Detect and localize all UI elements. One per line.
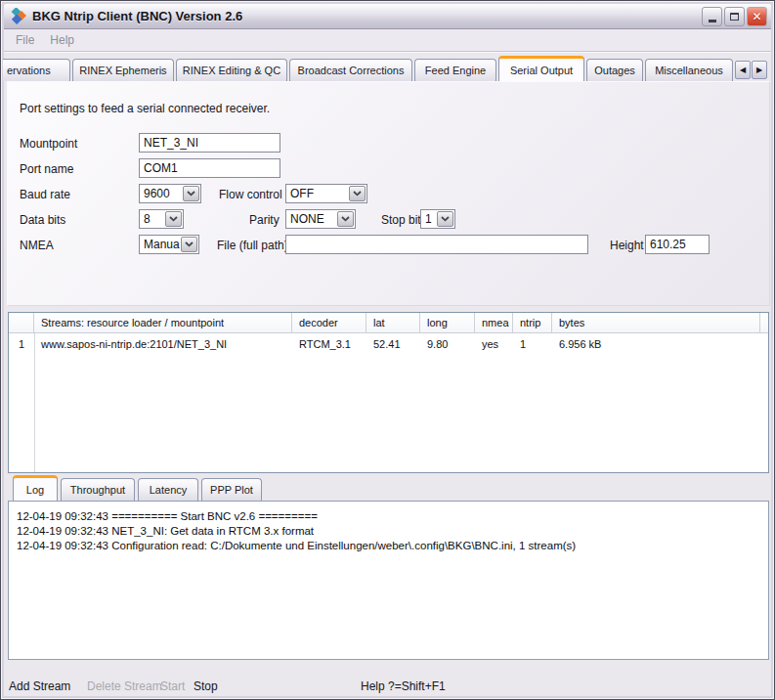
- header-ntrip: ntrip: [513, 313, 552, 332]
- tab-scroll-right-button[interactable]: ▶: [752, 61, 767, 79]
- tab-miscellaneous[interactable]: Miscellaneous: [645, 59, 733, 81]
- tab-serial-output[interactable]: Serial Output: [498, 56, 584, 81]
- stream-row[interactable]: 1 www.sapos-ni-ntrip.de:2101/NET_3_NI RT…: [9, 334, 768, 355]
- close-icon: ✕: [752, 10, 761, 23]
- tab-throughput[interactable]: Throughput: [61, 478, 135, 501]
- chevron-down-icon: [337, 211, 354, 227]
- start-button[interactable]: Start: [160, 679, 185, 693]
- delete-stream-button[interactable]: Delete Stream: [87, 679, 162, 693]
- chevron-down-icon: [349, 186, 366, 201]
- header-nmea: nmea: [475, 313, 513, 332]
- chevron-down-icon: [165, 211, 182, 227]
- stop-button[interactable]: Stop: [194, 679, 218, 693]
- chevron-down-icon: [181, 237, 197, 252]
- streams-table: Streams: resource loader / mountpoint de…: [8, 312, 769, 473]
- tab-ppp-plot[interactable]: PPP Plot: [201, 478, 262, 501]
- left-arrow-icon: ◀: [740, 66, 746, 74]
- stream-lat-cell[interactable]: 52.41: [366, 334, 420, 355]
- minimize-icon: [709, 20, 716, 22]
- data-bits-label: Data bits: [20, 213, 65, 227]
- serial-output-panel: Port settings to feed a serial connected…: [7, 81, 770, 306]
- right-arrow-icon: ▶: [756, 66, 762, 74]
- log-line: 12-04-19 09:32:43 Configuration read: C:…: [17, 539, 760, 553]
- main-tabbar: ervations RINEX Ephemeris RINEX Editing …: [3, 59, 733, 81]
- nmea-label: NMEA: [20, 239, 54, 252]
- port-name-label: Port name: [20, 162, 73, 176]
- minimize-button[interactable]: [702, 7, 722, 26]
- tab-latency[interactable]: Latency: [138, 478, 198, 501]
- window-title: BKG Ntrip Client (BNC) Version 2.6: [32, 9, 242, 23]
- parity-select[interactable]: NONE: [285, 209, 356, 229]
- header-decoder: decoder: [292, 313, 366, 332]
- help-shortcut-label: Help ?=Shift+F1: [361, 679, 446, 693]
- bnc-window: BKG Ntrip Client (BNC) Version 2.6 ✕ Fil…: [0, 0, 775, 700]
- chevron-down-icon: [437, 211, 453, 227]
- tab-rinex-ephemeris[interactable]: RINEX Ephemeris: [72, 59, 174, 81]
- flow-control-label: Flow control: [219, 188, 282, 201]
- baud-rate-select[interactable]: 9600: [139, 184, 201, 203]
- tab-feed-engine[interactable]: Feed Engine: [414, 59, 496, 81]
- close-button[interactable]: ✕: [747, 7, 767, 26]
- stream-ntrip-cell[interactable]: 1: [513, 334, 552, 355]
- menubar: File Help: [4, 29, 771, 52]
- stop-bits-select[interactable]: 1: [420, 209, 455, 229]
- add-stream-button[interactable]: Add Stream: [9, 679, 70, 693]
- nmea-select[interactable]: Manual: [139, 235, 199, 254]
- file-path-input[interactable]: [285, 235, 588, 254]
- menu-help[interactable]: Help: [42, 33, 82, 47]
- stream-decoder-cell[interactable]: RTCM_3.1: [292, 334, 366, 355]
- header-streams: Streams: resource loader / mountpoint: [34, 313, 292, 332]
- bottom-tabbar: Log Throughput Latency PPP Plot: [13, 478, 262, 501]
- stream-source-cell[interactable]: www.sapos-ni-ntrip.de:2101/NET_3_NI: [34, 334, 292, 355]
- log-line: 12-04-19 09:32:43 NET_3_NI: Get data in …: [17, 524, 760, 539]
- chevron-down-icon: [183, 186, 199, 201]
- tab-scroll-left-button[interactable]: ◀: [735, 61, 751, 79]
- bnc-app-icon: [10, 8, 26, 24]
- tab-scroll-buttons: ◀ ▶: [735, 61, 767, 79]
- row-number[interactable]: 1: [9, 334, 34, 355]
- flow-control-select[interactable]: OFF: [285, 184, 367, 203]
- tab-observations[interactable]: ervations: [3, 59, 70, 81]
- port-name-input[interactable]: [139, 158, 280, 178]
- tab-broadcast-corrections[interactable]: Broadcast Corrections: [289, 59, 412, 81]
- tab-rinex-editing-qc[interactable]: RINEX Editing & QC: [176, 59, 287, 81]
- header-bytes: bytes: [552, 313, 760, 332]
- baud-rate-label: Baud rate: [20, 188, 70, 201]
- mountpoint-input[interactable]: [139, 133, 280, 153]
- height-label: Height: [610, 239, 644, 252]
- maximize-button[interactable]: [724, 7, 745, 26]
- height-input[interactable]: [645, 235, 710, 254]
- header-lat: lat: [366, 313, 420, 332]
- streams-table-header: Streams: resource loader / mountpoint de…: [9, 313, 768, 333]
- stream-nmea-cell[interactable]: yes: [475, 334, 513, 355]
- titlebar[interactable]: BKG Ntrip Client (BNC) Version 2.6 ✕: [4, 4, 771, 29]
- tab-outages[interactable]: Outages: [586, 59, 643, 81]
- file-path-label: File (full path): [217, 239, 288, 252]
- tab-log[interactable]: Log: [13, 475, 58, 501]
- log-panel[interactable]: 12-04-19 09:32:43 ========== Start BNC v…: [8, 501, 769, 660]
- stream-long-cell[interactable]: 9.80: [420, 334, 475, 355]
- menu-file[interactable]: File: [8, 33, 42, 47]
- mountpoint-label: Mountpoint: [20, 137, 77, 151]
- panel-description: Port settings to feed a serial connected…: [20, 102, 270, 115]
- stream-bytes-cell[interactable]: 6.956 kB: [552, 334, 760, 355]
- maximize-icon: [730, 13, 739, 21]
- parity-label: Parity: [249, 213, 280, 227]
- header-long: long: [420, 313, 475, 332]
- log-line: 12-04-19 09:32:43 ========== Start BNC v…: [17, 509, 760, 524]
- data-bits-select[interactable]: 8: [139, 209, 184, 229]
